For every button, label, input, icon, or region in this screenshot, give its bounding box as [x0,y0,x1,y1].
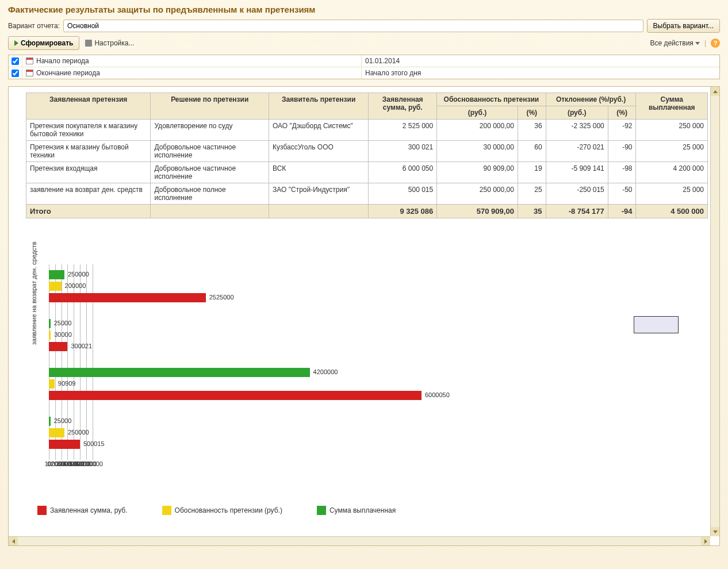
settings-icon [85,40,92,47]
calendar-icon [26,57,33,64]
report-area: Заявленная претензия Решение по претензи… [8,86,720,546]
variant-input[interactable] [63,20,643,32]
th-deviation-pct: (%) [608,106,636,120]
table-row[interactable]: Претензия к магазину бытовой техникиДобр… [26,141,708,162]
table-row[interactable]: Претензия входящаяДобровольное частичное… [26,162,708,183]
period-panel: Начало периода 01.01.2014 Окончание пери… [8,55,720,79]
page-title: Фактические результаты защиты по предъяв… [8,5,720,14]
period-end-value[interactable]: Начало этого дня [362,67,719,79]
legend-item-green: Сумма выплаченная [317,506,396,515]
th-validity-rub: (руб.) [437,106,518,120]
all-actions-dropdown[interactable]: Все действия [650,39,699,47]
period-end-checkbox[interactable] [12,70,19,77]
variant-label: Вариант отчета: [8,22,60,30]
help-icon[interactable]: ? [711,39,720,48]
scrollbar-horizontal[interactable] [9,536,710,545]
chart: 2500002000002525000250003000030002142000… [26,230,708,477]
th-decision: Решение по претензии [151,93,269,120]
chart-ylabel: заявление на возврат ден. средств [30,241,37,345]
table-total-row: Итого 9 325 086570 909,0035 -8 754 177-9… [26,205,708,218]
period-end-label[interactable]: Окончание периода [22,67,362,79]
legend-item-red: Заявленная сумма, руб. [37,506,128,515]
report-table: Заявленная претензия Решение по претензи… [26,93,708,218]
chart-x-axis: 0100000200000300000400000500000600000700… [49,460,566,468]
arrow-left-icon [12,539,15,544]
chevron-down-icon [695,42,700,45]
table-row[interactable]: Претензия покупателя к магазину бытовой … [26,120,708,141]
table-row[interactable]: заявление на возврат ден. средствДоброво… [26,183,708,205]
settings-link[interactable]: Настройка... [85,39,134,47]
th-validity-pct: (%) [518,106,546,120]
period-start-value[interactable]: 01.01.2014 [362,55,719,67]
th-amount: Заявленная сумма, руб. [369,93,437,120]
th-validity: Обоснованность претензии [437,93,546,106]
period-start-label[interactable]: Начало периода [22,55,362,67]
th-claim: Заявленная претензия [26,93,151,120]
scrollbar-vertical[interactable] [710,87,719,536]
arrow-right-icon [704,539,707,544]
play-icon [14,40,18,46]
select-variant-button[interactable]: Выбрать вариант... [647,19,720,33]
th-claimant: Заявитель претензии [269,93,369,120]
legend-item-yellow: Обоснованность претензии (руб.) [162,506,282,515]
form-button[interactable]: Сформировать [8,36,79,50]
th-paid: Сумма выплаченная [636,93,708,120]
th-deviation-rub: (руб.) [546,106,608,120]
th-deviation: Отклонение (%/руб.) [546,93,636,106]
calendar-icon [26,70,33,76]
arrow-up-icon [713,90,718,93]
period-start-checkbox[interactable] [12,57,19,65]
chart-legend-box [634,316,679,333]
chart-legend: Заявленная сумма, руб. Обоснованность пр… [26,506,708,515]
arrow-down-icon [713,530,718,533]
